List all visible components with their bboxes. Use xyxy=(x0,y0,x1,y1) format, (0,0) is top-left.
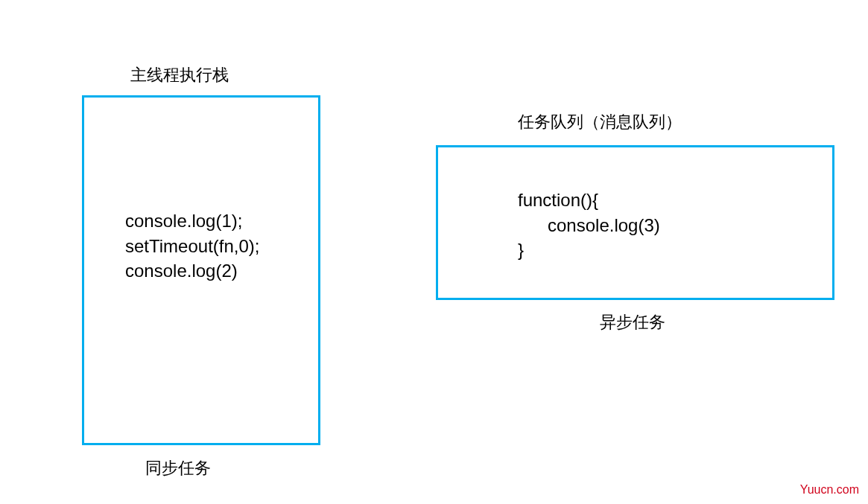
async-task-caption: 异步任务 xyxy=(600,311,665,334)
task-queue-code: function(){ console.log(3) } xyxy=(518,188,660,263)
watermark: Yuucn.com xyxy=(800,483,859,497)
sync-task-caption: 同步任务 xyxy=(145,457,211,479)
main-stack-code: console.log(1); setTimeout(fn,0); consol… xyxy=(125,208,260,284)
task-queue-title: 任务队列（消息队列） xyxy=(518,111,682,133)
main-stack-title: 主线程执行栈 xyxy=(130,64,229,86)
